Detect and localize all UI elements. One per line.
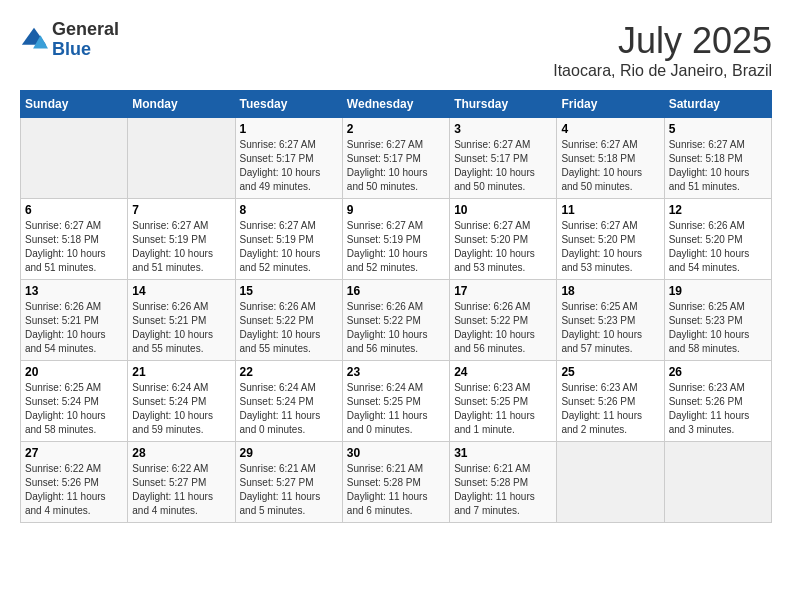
calendar-cell: 16Sunrise: 6:26 AMSunset: 5:22 PMDayligh… <box>342 280 449 361</box>
calendar-cell: 27Sunrise: 6:22 AMSunset: 5:26 PMDayligh… <box>21 442 128 523</box>
logo-blue: Blue <box>52 40 119 60</box>
day-number: 1 <box>240 122 338 136</box>
calendar-cell: 4Sunrise: 6:27 AMSunset: 5:18 PMDaylight… <box>557 118 664 199</box>
day-info: Sunrise: 6:26 AMSunset: 5:21 PMDaylight:… <box>25 300 123 356</box>
calendar-cell: 25Sunrise: 6:23 AMSunset: 5:26 PMDayligh… <box>557 361 664 442</box>
day-number: 26 <box>669 365 767 379</box>
day-info: Sunrise: 6:27 AMSunset: 5:19 PMDaylight:… <box>240 219 338 275</box>
day-info: Sunrise: 6:27 AMSunset: 5:18 PMDaylight:… <box>669 138 767 194</box>
calendar-header-row: SundayMondayTuesdayWednesdayThursdayFrid… <box>21 91 772 118</box>
day-info: Sunrise: 6:25 AMSunset: 5:23 PMDaylight:… <box>561 300 659 356</box>
calendar-cell <box>21 118 128 199</box>
logo-text: General Blue <box>52 20 119 60</box>
day-number: 14 <box>132 284 230 298</box>
day-number: 24 <box>454 365 552 379</box>
calendar-cell: 24Sunrise: 6:23 AMSunset: 5:25 PMDayligh… <box>450 361 557 442</box>
day-number: 11 <box>561 203 659 217</box>
column-header-wednesday: Wednesday <box>342 91 449 118</box>
day-number: 10 <box>454 203 552 217</box>
calendar-week-row: 27Sunrise: 6:22 AMSunset: 5:26 PMDayligh… <box>21 442 772 523</box>
calendar-week-row: 13Sunrise: 6:26 AMSunset: 5:21 PMDayligh… <box>21 280 772 361</box>
day-number: 22 <box>240 365 338 379</box>
calendar-table: SundayMondayTuesdayWednesdayThursdayFrid… <box>20 90 772 523</box>
column-header-thursday: Thursday <box>450 91 557 118</box>
calendar-cell: 12Sunrise: 6:26 AMSunset: 5:20 PMDayligh… <box>664 199 771 280</box>
calendar-cell: 22Sunrise: 6:24 AMSunset: 5:24 PMDayligh… <box>235 361 342 442</box>
day-number: 31 <box>454 446 552 460</box>
logo-general: General <box>52 20 119 40</box>
calendar-week-row: 1Sunrise: 6:27 AMSunset: 5:17 PMDaylight… <box>21 118 772 199</box>
day-number: 12 <box>669 203 767 217</box>
day-info: Sunrise: 6:27 AMSunset: 5:17 PMDaylight:… <box>240 138 338 194</box>
calendar-cell: 29Sunrise: 6:21 AMSunset: 5:27 PMDayligh… <box>235 442 342 523</box>
calendar-cell: 7Sunrise: 6:27 AMSunset: 5:19 PMDaylight… <box>128 199 235 280</box>
logo: General Blue <box>20 20 119 60</box>
calendar-cell: 30Sunrise: 6:21 AMSunset: 5:28 PMDayligh… <box>342 442 449 523</box>
column-header-tuesday: Tuesday <box>235 91 342 118</box>
day-info: Sunrise: 6:26 AMSunset: 5:22 PMDaylight:… <box>347 300 445 356</box>
day-info: Sunrise: 6:27 AMSunset: 5:17 PMDaylight:… <box>454 138 552 194</box>
day-number: 27 <box>25 446 123 460</box>
day-number: 21 <box>132 365 230 379</box>
calendar-cell: 20Sunrise: 6:25 AMSunset: 5:24 PMDayligh… <box>21 361 128 442</box>
day-number: 28 <box>132 446 230 460</box>
calendar-cell: 8Sunrise: 6:27 AMSunset: 5:19 PMDaylight… <box>235 199 342 280</box>
day-info: Sunrise: 6:27 AMSunset: 5:18 PMDaylight:… <box>25 219 123 275</box>
day-number: 23 <box>347 365 445 379</box>
calendar-cell: 10Sunrise: 6:27 AMSunset: 5:20 PMDayligh… <box>450 199 557 280</box>
calendar-cell: 28Sunrise: 6:22 AMSunset: 5:27 PMDayligh… <box>128 442 235 523</box>
day-info: Sunrise: 6:27 AMSunset: 5:19 PMDaylight:… <box>347 219 445 275</box>
day-info: Sunrise: 6:23 AMSunset: 5:25 PMDaylight:… <box>454 381 552 437</box>
day-info: Sunrise: 6:24 AMSunset: 5:24 PMDaylight:… <box>240 381 338 437</box>
day-info: Sunrise: 6:27 AMSunset: 5:17 PMDaylight:… <box>347 138 445 194</box>
day-info: Sunrise: 6:21 AMSunset: 5:28 PMDaylight:… <box>347 462 445 518</box>
day-number: 4 <box>561 122 659 136</box>
calendar-cell <box>664 442 771 523</box>
day-info: Sunrise: 6:21 AMSunset: 5:27 PMDaylight:… <box>240 462 338 518</box>
day-number: 29 <box>240 446 338 460</box>
day-number: 20 <box>25 365 123 379</box>
calendar-cell: 9Sunrise: 6:27 AMSunset: 5:19 PMDaylight… <box>342 199 449 280</box>
calendar-cell: 6Sunrise: 6:27 AMSunset: 5:18 PMDaylight… <box>21 199 128 280</box>
column-header-sunday: Sunday <box>21 91 128 118</box>
calendar-week-row: 20Sunrise: 6:25 AMSunset: 5:24 PMDayligh… <box>21 361 772 442</box>
calendar-cell: 17Sunrise: 6:26 AMSunset: 5:22 PMDayligh… <box>450 280 557 361</box>
day-info: Sunrise: 6:26 AMSunset: 5:22 PMDaylight:… <box>454 300 552 356</box>
calendar-cell: 11Sunrise: 6:27 AMSunset: 5:20 PMDayligh… <box>557 199 664 280</box>
day-info: Sunrise: 6:23 AMSunset: 5:26 PMDaylight:… <box>669 381 767 437</box>
day-info: Sunrise: 6:23 AMSunset: 5:26 PMDaylight:… <box>561 381 659 437</box>
day-info: Sunrise: 6:22 AMSunset: 5:26 PMDaylight:… <box>25 462 123 518</box>
location: Itaocara, Rio de Janeiro, Brazil <box>553 62 772 80</box>
calendar-cell <box>557 442 664 523</box>
page-header: General Blue July 2025 Itaocara, Rio de … <box>20 20 772 80</box>
day-number: 8 <box>240 203 338 217</box>
calendar-cell: 5Sunrise: 6:27 AMSunset: 5:18 PMDaylight… <box>664 118 771 199</box>
day-info: Sunrise: 6:24 AMSunset: 5:25 PMDaylight:… <box>347 381 445 437</box>
month-year: July 2025 <box>553 20 772 62</box>
day-info: Sunrise: 6:22 AMSunset: 5:27 PMDaylight:… <box>132 462 230 518</box>
day-number: 19 <box>669 284 767 298</box>
day-info: Sunrise: 6:25 AMSunset: 5:23 PMDaylight:… <box>669 300 767 356</box>
calendar-cell <box>128 118 235 199</box>
day-info: Sunrise: 6:27 AMSunset: 5:19 PMDaylight:… <box>132 219 230 275</box>
day-info: Sunrise: 6:24 AMSunset: 5:24 PMDaylight:… <box>132 381 230 437</box>
column-header-monday: Monday <box>128 91 235 118</box>
day-info: Sunrise: 6:26 AMSunset: 5:22 PMDaylight:… <box>240 300 338 356</box>
day-number: 7 <box>132 203 230 217</box>
calendar-cell: 13Sunrise: 6:26 AMSunset: 5:21 PMDayligh… <box>21 280 128 361</box>
calendar-cell: 3Sunrise: 6:27 AMSunset: 5:17 PMDaylight… <box>450 118 557 199</box>
day-number: 9 <box>347 203 445 217</box>
calendar-cell: 19Sunrise: 6:25 AMSunset: 5:23 PMDayligh… <box>664 280 771 361</box>
calendar-cell: 31Sunrise: 6:21 AMSunset: 5:28 PMDayligh… <box>450 442 557 523</box>
day-number: 3 <box>454 122 552 136</box>
day-number: 25 <box>561 365 659 379</box>
calendar-cell: 21Sunrise: 6:24 AMSunset: 5:24 PMDayligh… <box>128 361 235 442</box>
calendar-cell: 23Sunrise: 6:24 AMSunset: 5:25 PMDayligh… <box>342 361 449 442</box>
day-number: 5 <box>669 122 767 136</box>
calendar-cell: 2Sunrise: 6:27 AMSunset: 5:17 PMDaylight… <box>342 118 449 199</box>
day-number: 2 <box>347 122 445 136</box>
calendar-cell: 14Sunrise: 6:26 AMSunset: 5:21 PMDayligh… <box>128 280 235 361</box>
day-number: 6 <box>25 203 123 217</box>
day-info: Sunrise: 6:27 AMSunset: 5:20 PMDaylight:… <box>561 219 659 275</box>
day-number: 13 <box>25 284 123 298</box>
